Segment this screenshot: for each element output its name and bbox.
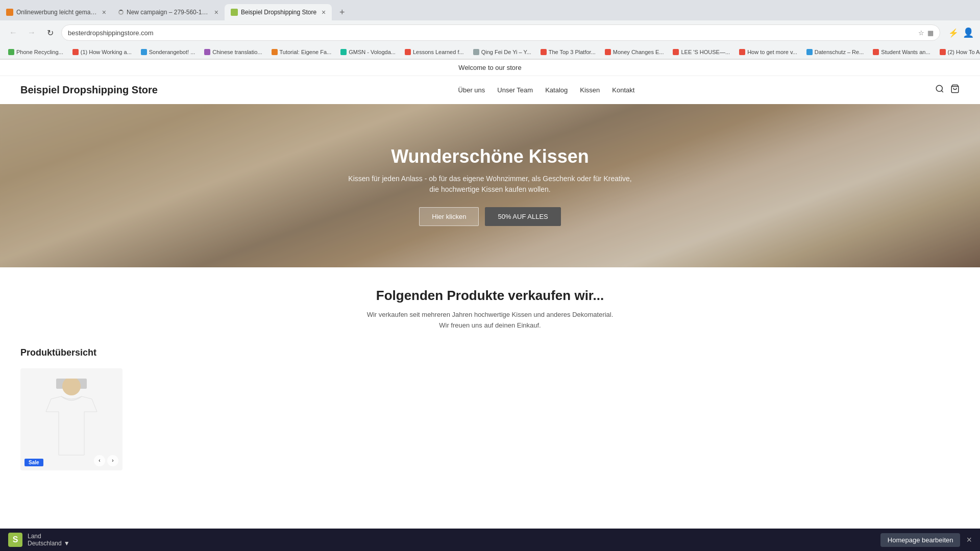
bookmark-15[interactable]: (2) How To Add A...	[936, 48, 980, 56]
forward-button[interactable]: →	[24, 26, 39, 40]
reload-button[interactable]: ↻	[43, 26, 57, 40]
products-section: Folgenden Produkte verkaufen wir... Wir …	[0, 267, 980, 491]
bookmark-12[interactable]: How to get more v...	[735, 48, 801, 56]
svg-point-0	[936, 85, 942, 91]
nav-uber-uns[interactable]: Über uns	[458, 86, 485, 94]
bookmark-6[interactable]: GMSN - Vologda...	[336, 48, 400, 56]
bookmark-2[interactable]: (1) How Working a...	[68, 48, 136, 56]
browser-actions: ⚡ 👤	[948, 27, 974, 38]
bookmark-5[interactable]: Tutorial: Eigene Fa...	[267, 48, 336, 56]
tab-2[interactable]: New campaign – 279-560-18... ×	[112, 4, 225, 20]
nav-kissen[interactable]: Kissen	[580, 86, 600, 94]
country-label: Land	[28, 533, 70, 540]
hero-content: Wunderschöne Kissen Kissen für jeden Anl…	[337, 136, 643, 236]
tab-3[interactable]: Beispiel Dropshipping Store ×	[225, 4, 332, 20]
tab-close-2[interactable]: ×	[214, 8, 218, 16]
shopify-bar: S Land Deutschland ▼ Homepage bearbeiten…	[0, 529, 980, 551]
new-tab-button[interactable]: +	[334, 4, 350, 20]
products-grid: Sale ‹ ›	[20, 368, 960, 470]
profile-icon[interactable]: 👤	[963, 27, 974, 38]
sale-badge: Sale	[24, 459, 43, 466]
tab-favicon-3	[231, 9, 238, 16]
welcome-text: Welcome to our store	[458, 64, 521, 71]
country-name: Deutschland	[28, 540, 62, 547]
shopify-country-section: Land Deutschland ▼	[28, 533, 70, 547]
country-selector[interactable]: Deutschland ▼	[28, 540, 70, 547]
extensions-icon[interactable]: ⚡	[948, 28, 959, 38]
bookmark-4[interactable]: Chinese translatio...	[200, 48, 266, 56]
url-text: besterdropshippingstore.com	[68, 29, 918, 37]
shopify-bar-close-button[interactable]: ×	[966, 535, 972, 545]
welcome-bar: Welcome to our store	[0, 60, 980, 76]
bookmark-3[interactable]: Sonderangebot! ...	[137, 48, 200, 56]
hero-primary-button[interactable]: Hier klicken	[419, 207, 479, 226]
shopify-bar-right: Homepage bearbeiten ×	[880, 533, 972, 547]
tab-loading-2	[118, 10, 124, 15]
product-nav: ‹ ›	[94, 455, 118, 466]
tab-bar: Onlinewerbung leicht gemach... × New cam…	[0, 0, 980, 20]
bookmark-9[interactable]: The Top 3 Platfor...	[536, 48, 600, 56]
bookmark-11[interactable]: LEE 'S HOUSE—...	[669, 48, 734, 56]
product-card-1[interactable]: Sale ‹ ›	[20, 368, 122, 470]
url-icons: ☆ ▦	[918, 29, 934, 37]
bookmark-star-icon[interactable]: ☆	[918, 29, 924, 37]
tab-title-3: Beispiel Dropshipping Store	[241, 9, 316, 16]
section-subtitle: Wir verkaufen seit mehreren Jahren hochw…	[362, 310, 618, 331]
svg-line-1	[941, 90, 943, 92]
tab-title-1: Onlinewerbung leicht gemach...	[16, 9, 97, 16]
tab-favicon-1	[6, 9, 13, 16]
bookmark-14[interactable]: Student Wants an...	[869, 48, 934, 56]
browser-chrome: Onlinewerbung leicht gemach... × New cam…	[0, 0, 980, 60]
nav-unser-team[interactable]: Unser Team	[497, 86, 533, 94]
chevron-down-icon: ▼	[64, 540, 70, 547]
bookmark-13[interactable]: Datenschutz – Re...	[802, 48, 868, 56]
bookmarks-bar: Phone Recycling... (1) How Working a... …	[0, 45, 980, 59]
svg-point-4	[62, 379, 81, 395]
nav-katalog[interactable]: Katalog	[545, 86, 568, 94]
product-prev-button[interactable]: ‹	[94, 455, 105, 466]
store-icons	[935, 84, 960, 96]
store-logo[interactable]: Beispiel Dropshipping Store	[20, 84, 158, 96]
section-title: Folgenden Produkte verkaufen wir...	[20, 288, 960, 304]
address-bar: ← → ↻ besterdropshippingstore.com ☆ ▦ ⚡ …	[0, 20, 980, 45]
product-image-1: Sale ‹ ›	[20, 368, 122, 470]
store-header: Beispiel Dropshipping Store Über uns Uns…	[0, 76, 980, 104]
screenshot-icon[interactable]: ▦	[927, 29, 934, 37]
store-page: Welcome to our store Beispiel Dropshippi…	[0, 60, 980, 491]
store-nav: Über uns Unser Team Katalog Kissen Konta…	[458, 86, 635, 94]
back-button[interactable]: ←	[6, 26, 20, 40]
tab-1[interactable]: Onlinewerbung leicht gemach... ×	[0, 4, 112, 20]
hero-title: Wunderschöne Kissen	[347, 146, 633, 167]
url-bar[interactable]: besterdropshippingstore.com ☆ ▦	[61, 24, 940, 41]
bookmark-7[interactable]: Lessons Learned f...	[401, 48, 468, 56]
edit-homepage-button[interactable]: Homepage bearbeiten	[880, 533, 961, 547]
hero-buttons: Hier klicken 50% AUF ALLES	[347, 207, 633, 226]
nav-kontakt[interactable]: Kontakt	[612, 86, 634, 94]
shopify-bar-left: S Land Deutschland ▼	[8, 533, 70, 547]
bookmark-10[interactable]: Money Changes E...	[601, 48, 668, 56]
hero-section: Wunderschöne Kissen Kissen für jeden Anl…	[0, 104, 980, 267]
search-button[interactable]	[935, 84, 944, 96]
tab-title-2: New campaign – 279-560-18...	[127, 9, 209, 16]
subsection-title: Produktübersicht	[20, 347, 960, 358]
hero-secondary-button[interactable]: 50% AUF ALLES	[485, 207, 560, 226]
bookmark-8[interactable]: Qing Fei De Yi – Y...	[469, 48, 535, 56]
tab-close-1[interactable]: ×	[102, 8, 106, 16]
product-next-button[interactable]: ›	[107, 455, 118, 466]
tab-close-3[interactable]: ×	[322, 8, 326, 16]
hero-subtitle: Kissen für jeden Anlass - ob für das eig…	[347, 173, 633, 195]
bookmark-1[interactable]: Phone Recycling...	[4, 48, 67, 56]
shopify-logo: S	[8, 533, 22, 547]
cart-button[interactable]	[950, 84, 960, 96]
